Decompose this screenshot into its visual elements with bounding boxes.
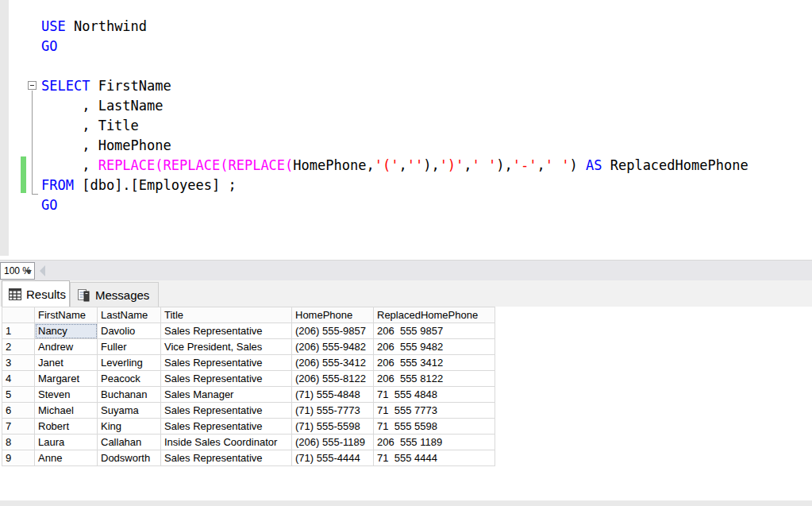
grid-cell[interactable]: (206) 555-9857 <box>292 323 374 339</box>
table-row: 8LauraCallahanInside Sales Coordinator(2… <box>2 435 495 450</box>
grid-cell[interactable]: Peacock <box>98 371 161 387</box>
table-row: 2AndrewFullerVice President, Sales(206) … <box>2 339 495 355</box>
tab-results[interactable]: Results <box>2 280 70 307</box>
grid-cell[interactable]: 71 555 7773 <box>374 403 495 419</box>
grid-cell[interactable]: Suyama <box>98 403 161 419</box>
grid-cell[interactable]: (71) 555-5598 <box>292 419 374 435</box>
grid-cell[interactable]: (71) 555-4444 <box>292 450 374 466</box>
grid-cell[interactable]: (71) 555-7773 <box>292 403 374 419</box>
grid-cell[interactable]: King <box>98 419 161 435</box>
grid-column-header[interactable]: Title <box>161 307 292 323</box>
grid-cell[interactable]: Sales Representative <box>161 371 292 387</box>
grid-cell[interactable]: (206) 555-9482 <box>292 339 374 355</box>
grid-cell[interactable]: Sales Representative <box>161 403 292 419</box>
grid-cell[interactable]: Michael <box>35 403 98 419</box>
grid-cell[interactable]: Sales Representative <box>161 323 292 339</box>
tab-messages[interactable]: Messages <box>70 282 159 307</box>
grid-cell[interactable]: Sales Representative <box>161 419 292 435</box>
row-number-cell[interactable]: 2 <box>2 339 35 355</box>
code-line: , LastName <box>41 96 812 116</box>
code-line: , REPLACE(REPLACE(REPLACE(HomePhone,'(',… <box>41 156 812 176</box>
table-row: 5StevenBuchananSales Manager(71) 555-484… <box>2 387 495 403</box>
grid-cell[interactable]: Andrew <box>35 339 98 355</box>
editor-selection-margin <box>0 0 9 256</box>
grid-cell[interactable]: Leverling <box>98 355 161 371</box>
grid-cell[interactable]: Anne <box>35 450 98 466</box>
results-table: FirstNameLastNameTitleHomePhoneReplacedH… <box>2 307 495 466</box>
grid-column-header[interactable]: LastName <box>98 307 161 323</box>
table-row: 1NancyDavolioSales Representative(206) 5… <box>2 323 495 339</box>
grid-cell[interactable]: Buchanan <box>98 387 161 403</box>
row-number-cell[interactable]: 9 <box>2 450 35 466</box>
grid-cell[interactable]: Callahan <box>98 435 161 450</box>
code-line: FROM [dbo].[Employees] ; <box>41 176 812 195</box>
selected-cell[interactable]: Nancy <box>35 323 98 339</box>
grid-cell[interactable]: (206) 555-1189 <box>292 435 374 450</box>
grid-column-header[interactable] <box>2 307 35 323</box>
grid-cell[interactable]: Fuller <box>98 339 161 355</box>
grid-cell[interactable]: Inside Sales Coordinator <box>161 435 292 450</box>
row-number-cell[interactable]: 8 <box>2 435 35 450</box>
grid-cell[interactable]: 71 555 4444 <box>374 450 495 466</box>
grid-cell[interactable]: Margaret <box>35 371 98 387</box>
table-grid-icon <box>9 288 21 300</box>
grid-cell[interactable]: (206) 555-3412 <box>292 355 374 371</box>
code-lines: USE NorthwindGOSELECT FirstName , LastNa… <box>41 17 812 215</box>
grid-cell[interactable]: Dodsworth <box>98 450 161 466</box>
grid-cell[interactable]: Sales Representative <box>161 355 292 371</box>
row-number-cell[interactable]: 6 <box>2 403 35 419</box>
grid-cell[interactable]: 206 555 9482 <box>374 339 495 355</box>
tab-results-label: Results <box>26 288 66 301</box>
table-row: 7RobertKingSales Representative(71) 555-… <box>2 419 495 435</box>
grid-cell[interactable]: 206 555 3412 <box>374 355 495 371</box>
outline-collapse-button[interactable] <box>28 81 37 90</box>
grid-body: 1NancyDavolioSales Representative(206) 5… <box>2 323 495 466</box>
code-line <box>41 56 812 76</box>
grid-cell[interactable]: Davolio <box>98 323 161 339</box>
grid-cell[interactable]: Steven <box>35 387 98 403</box>
zoom-level-select[interactable]: 100 % <box>0 262 35 280</box>
grid-cell[interactable]: Janet <box>35 355 98 371</box>
grid-cell[interactable]: Laura <box>35 435 98 450</box>
grid-cell[interactable]: 206 555 8122 <box>374 371 495 387</box>
chevron-down-icon <box>25 270 32 274</box>
table-row: 6MichaelSuyamaSales Representative(71) 5… <box>2 403 495 419</box>
grid-cell[interactable]: 71 555 4848 <box>374 387 495 403</box>
outline-guide-line <box>32 91 38 195</box>
results-tabbar: Results Messages <box>0 280 812 307</box>
results-grid: FirstNameLastNameTitleHomePhoneReplacedH… <box>2 307 495 466</box>
code-line: USE Northwind <box>41 17 812 37</box>
grid-cell[interactable]: Sales Manager <box>161 387 292 403</box>
grid-column-header[interactable]: ReplacedHomePhone <box>374 307 495 323</box>
editor-scrollbar-strip: 100 % <box>0 260 812 280</box>
sql-editor[interactable]: USE NorthwindGOSELECT FirstName , LastNa… <box>0 0 812 260</box>
grid-cell[interactable]: 71 555 5598 <box>374 419 495 435</box>
grid-cell[interactable]: Vice President, Sales <box>161 339 292 355</box>
code-line: , Title <box>41 116 812 136</box>
code-line: GO <box>41 37 812 56</box>
grid-column-header[interactable]: FirstName <box>35 307 98 323</box>
row-number-cell[interactable]: 3 <box>2 355 35 371</box>
table-row: 4MargaretPeacockSales Representative(206… <box>2 371 495 387</box>
tab-messages-label: Messages <box>95 288 149 302</box>
table-row: 9AnneDodsworthSales Representative(71) 5… <box>2 450 495 466</box>
grid-cell[interactable]: Robert <box>35 419 98 435</box>
grid-cell[interactable]: 206 555 1189 <box>374 435 495 450</box>
code-line: SELECT FirstName <box>41 76 812 96</box>
grid-cell[interactable]: (206) 555-8122 <box>292 371 374 387</box>
row-number-cell[interactable]: 5 <box>2 387 35 403</box>
grid-column-header[interactable]: HomePhone <box>292 307 374 323</box>
grid-cell[interactable]: (71) 555-4848 <box>292 387 374 403</box>
grid-cell[interactable]: Sales Representative <box>161 450 292 466</box>
row-number-cell[interactable]: 7 <box>2 419 35 435</box>
code-line: , HomePhone <box>41 136 812 156</box>
grid-header-row: FirstNameLastNameTitleHomePhoneReplacedH… <box>2 307 495 323</box>
table-row: 3JanetLeverlingSales Representative(206)… <box>2 355 495 371</box>
grid-cell[interactable]: 206 555 9857 <box>374 323 495 339</box>
row-number-cell[interactable]: 4 <box>2 371 35 387</box>
status-strip <box>0 500 812 506</box>
change-tracking-bar <box>21 156 26 193</box>
row-number-cell[interactable]: 1 <box>2 323 35 339</box>
scroll-left-arrow-icon[interactable] <box>40 265 45 276</box>
messages-icon <box>77 288 90 302</box>
